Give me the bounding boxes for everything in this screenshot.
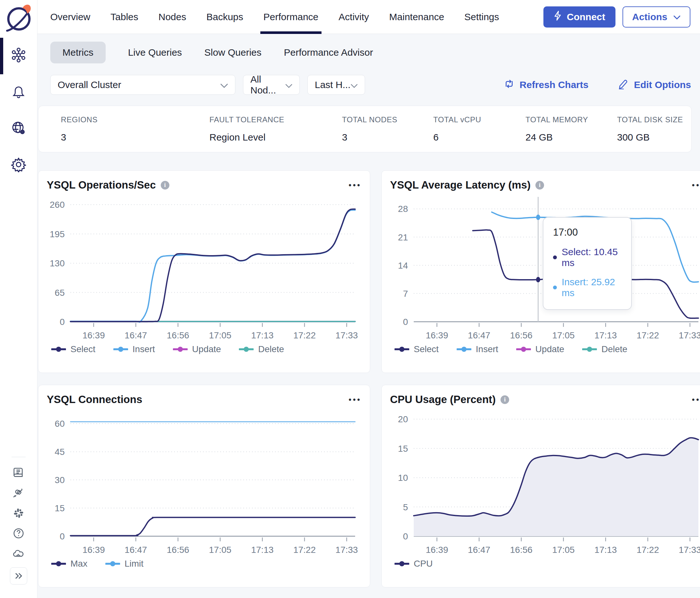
- svg-text:45: 45: [55, 447, 65, 457]
- settings-gear-icon[interactable]: [11, 157, 26, 172]
- ysql-connections-plot[interactable]: 01530456016:3916:4716:5617:0517:1317:221…: [47, 408, 361, 556]
- subtab-metrics[interactable]: Metrics: [50, 42, 106, 63]
- connect-button[interactable]: Connect: [544, 6, 616, 28]
- legend-label: Insert: [476, 344, 498, 355]
- tab-maintenance[interactable]: Maintenance: [389, 0, 444, 34]
- pencil-icon: [618, 78, 629, 92]
- svg-text:7: 7: [403, 289, 408, 299]
- svg-text:17:13: 17:13: [251, 545, 273, 555]
- svg-text:17:05: 17:05: [552, 545, 575, 555]
- legend-marker-icon: [105, 561, 120, 567]
- svg-text:16:47: 16:47: [125, 330, 147, 340]
- chart-card-ysql-operations: YSQL Operations/Sec i ••• 06513019526016…: [38, 170, 370, 373]
- legend-marker-icon: [114, 346, 128, 352]
- cluster-scope-dropdown[interactable]: Overall Cluster: [50, 75, 235, 95]
- legend-marker-icon: [51, 561, 66, 567]
- chevron-down-icon: [220, 79, 228, 90]
- yugabyte-logo[interactable]: [4, 3, 33, 33]
- legend-item-cpu[interactable]: CPU: [395, 558, 433, 569]
- svg-text:16:47: 16:47: [125, 545, 147, 555]
- svg-text:17:22: 17:22: [636, 545, 659, 555]
- subtab-performance-advisor[interactable]: Performance Advisor: [284, 42, 373, 63]
- legend-item-insert[interactable]: Insert: [114, 344, 155, 355]
- legend-item-select[interactable]: Select: [395, 344, 439, 355]
- legend-label: Max: [71, 558, 88, 569]
- legend-item-max[interactable]: Max: [51, 558, 88, 569]
- legend-marker-icon: [395, 561, 409, 567]
- cloud-status-icon[interactable]: [12, 547, 25, 560]
- filter-row: Overall Cluster All Nod... Last H...: [50, 75, 691, 95]
- tab-overview[interactable]: Overview: [50, 0, 90, 34]
- cluster-tabs: Overview Tables Nodes Backups Performanc…: [50, 0, 499, 34]
- cluster-stats-card: REGIONS 3 FAULT TOLERANCE Region Level T…: [38, 106, 692, 152]
- slack-icon[interactable]: [12, 507, 25, 520]
- legend-marker-icon: [239, 346, 254, 352]
- legend-item-insert[interactable]: Insert: [457, 344, 498, 355]
- svg-text:15: 15: [55, 503, 65, 513]
- svg-text:17:33: 17:33: [335, 545, 358, 555]
- svg-text:16:56: 16:56: [167, 330, 189, 340]
- legend-item-update[interactable]: Update: [516, 344, 564, 355]
- tab-settings[interactable]: Settings: [464, 0, 499, 34]
- legend-item-limit[interactable]: Limit: [105, 558, 144, 569]
- svg-text:17:13: 17:13: [594, 545, 617, 555]
- svg-text:21: 21: [398, 232, 408, 242]
- svg-text:28: 28: [398, 204, 408, 214]
- stat-regions: REGIONS 3: [61, 115, 209, 143]
- tab-activity[interactable]: Activity: [339, 0, 369, 34]
- chart-menu-icon[interactable]: •••: [349, 181, 361, 189]
- select-dot-icon: [553, 256, 557, 259]
- legend-marker-icon: [395, 346, 409, 352]
- svg-text:17:05: 17:05: [209, 545, 231, 555]
- tab-backups[interactable]: Backups: [206, 0, 243, 34]
- svg-text:17:22: 17:22: [293, 330, 316, 340]
- info-icon[interactable]: i: [535, 181, 544, 189]
- svg-text:65: 65: [55, 288, 65, 298]
- help-icon[interactable]: [12, 527, 25, 540]
- cpu-usage-plot[interactable]: 0510152016:3916:4716:5617:0517:1317:2217…: [390, 408, 700, 556]
- chart-menu-icon[interactable]: •••: [349, 395, 361, 404]
- legend-item-select[interactable]: Select: [51, 344, 95, 355]
- chevron-down-icon: [351, 79, 358, 90]
- tooltip-insert-row: Insert: 25.92 ms: [553, 277, 622, 298]
- subtab-live-queries[interactable]: Live Queries: [128, 42, 182, 63]
- info-icon[interactable]: i: [500, 395, 509, 404]
- tab-performance[interactable]: Performance: [264, 0, 319, 34]
- refresh-charts-link[interactable]: Refresh Charts: [504, 78, 589, 92]
- docs-book-icon[interactable]: [12, 466, 25, 479]
- chart-menu-icon[interactable]: •••: [692, 181, 700, 189]
- svg-text:17:33: 17:33: [679, 330, 700, 340]
- legend-label: Delete: [258, 344, 284, 355]
- legend-item-delete[interactable]: Delete: [582, 344, 627, 355]
- svg-text:0: 0: [59, 317, 65, 327]
- legend-item-delete[interactable]: Delete: [239, 344, 284, 355]
- svg-text:17:13: 17:13: [594, 330, 617, 340]
- chart-card-ysql-connections: YSQL Connections ••• 01530456016:3916:47…: [38, 385, 370, 588]
- chart-legend: SelectInsertUpdateDelete: [47, 342, 361, 355]
- actions-button[interactable]: Actions: [623, 6, 691, 28]
- time-range-dropdown[interactable]: Last H...: [307, 75, 365, 95]
- chart-menu-icon[interactable]: •••: [692, 395, 700, 404]
- integrations-plug-icon[interactable]: [12, 487, 25, 499]
- tab-nodes[interactable]: Nodes: [158, 0, 186, 34]
- sidebar-expand-button[interactable]: [10, 567, 27, 584]
- legend-item-update[interactable]: Update: [173, 344, 221, 355]
- ysql-operations-plot[interactable]: 06513019526016:3916:4716:5617:0517:1317:…: [47, 194, 361, 342]
- legend-label: Limit: [125, 558, 144, 569]
- network-globe-gear-icon[interactable]: [11, 120, 26, 136]
- svg-text:260: 260: [50, 200, 65, 210]
- legend-label: Select: [414, 344, 439, 355]
- legend-label: Select: [71, 344, 95, 355]
- svg-text:16:39: 16:39: [82, 545, 105, 555]
- subtab-slow-queries[interactable]: Slow Queries: [204, 42, 261, 63]
- alerts-bell-icon[interactable]: [11, 84, 26, 99]
- info-icon[interactable]: i: [161, 181, 169, 189]
- cluster-icon[interactable]: [11, 47, 26, 63]
- edit-options-link[interactable]: Edit Options: [618, 78, 691, 92]
- svg-text:30: 30: [55, 475, 65, 485]
- nodes-dropdown[interactable]: All Nod...: [243, 75, 300, 95]
- chart-title: YSQL Connections: [47, 393, 142, 406]
- tab-tables[interactable]: Tables: [110, 0, 138, 34]
- chevron-down-icon: [285, 79, 292, 90]
- chart-legend: MaxLimit: [47, 556, 361, 569]
